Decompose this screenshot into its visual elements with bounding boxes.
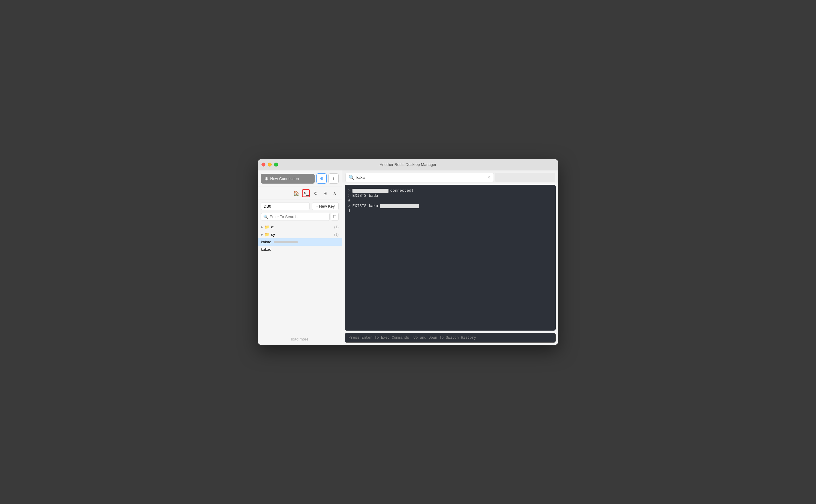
app-window: Another Redis Desktop Manager ⊕ New Conn… — [258, 159, 558, 345]
terminal-line: > connected! — [348, 188, 552, 193]
titlebar: Another Redis Desktop Manager — [258, 159, 558, 170]
chevron-right-icon: ▶ — [261, 233, 263, 236]
terminal-line: 1 — [348, 209, 552, 213]
home-icon[interactable]: 🏠 — [292, 189, 300, 197]
maximize-button[interactable] — [274, 163, 278, 167]
folder-icon: 📁 — [264, 232, 269, 237]
clear-search-button[interactable]: ✕ — [487, 175, 491, 180]
command-input-bar[interactable]: Press Enter To Exec Commands, Up and Dow… — [345, 333, 556, 343]
list-item[interactable]: kakao — [258, 246, 342, 253]
search-bar: 🔍 ☐ — [258, 213, 342, 223]
new-key-button[interactable]: + New Key — [312, 202, 339, 210]
new-connection-button[interactable]: ⊕ New Connection — [261, 174, 315, 184]
db-select-wrapper: DB0 DB1 DB2 DB3 — [261, 202, 309, 210]
key-name: kakao — [261, 240, 271, 244]
list-item[interactable]: ▶ 📁 e: (1) — [258, 223, 342, 231]
terminal-text: connected! — [390, 188, 414, 193]
key-name: kakao — [261, 247, 271, 252]
window-title: Another Redis Desktop Manager — [380, 162, 437, 167]
key-name: e: — [271, 225, 274, 229]
info-icon-btn[interactable]: ℹ — [328, 173, 339, 184]
search-toggle-button[interactable]: ☐ — [331, 213, 339, 221]
terminal-result: 1 — [348, 209, 351, 213]
db-controls: DB0 DB1 DB2 DB3 + New Key — [258, 200, 342, 213]
chevron-right-icon: ▶ — [261, 225, 263, 229]
terminal-line: > EXISTS kaka — [348, 204, 552, 208]
terminal-text: EXISTS bada — [352, 193, 378, 198]
terminal-prompt: > — [348, 193, 351, 198]
folder-icon: 📁 — [264, 225, 269, 229]
tab-search: 🔍 ✕ — [345, 173, 494, 182]
tab-extra-area — [495, 173, 555, 182]
list-item[interactable]: kakao — [258, 238, 342, 246]
info-icon: ℹ — [333, 176, 334, 181]
minimize-button[interactable] — [268, 163, 272, 167]
key-count: (1) — [334, 233, 339, 237]
sidebar-toolbar: 🏠 >_ ↻ ⊞ ∧ — [258, 187, 342, 200]
search-icon: 🔍 — [348, 175, 354, 180]
new-connection-label: New Connection — [270, 176, 299, 181]
key-list: ▶ 📁 e: (1) ▶ 📁 sy (1) kakao kakao — [258, 223, 342, 333]
chevron-up-icon[interactable]: ∧ — [331, 189, 339, 197]
terminal-icon[interactable]: >_ — [302, 189, 310, 197]
grid-icon[interactable]: ⊞ — [321, 189, 329, 197]
terminal-prompt: > — [348, 188, 351, 193]
terminal-result: 0 — [348, 199, 351, 203]
tab-bar: 🔍 ✕ — [342, 170, 558, 182]
key-count: (1) — [334, 225, 339, 229]
traffic-lights — [261, 163, 278, 167]
search-input[interactable] — [261, 213, 330, 221]
gear-icon: ⚙ — [320, 176, 324, 181]
close-button[interactable] — [261, 163, 265, 167]
redacted-host — [352, 189, 388, 193]
terminal-prompt: > — [348, 204, 351, 208]
load-more-button[interactable]: load more — [258, 333, 342, 345]
db-select[interactable]: DB0 DB1 DB2 DB3 — [261, 202, 309, 210]
refresh-icon[interactable]: ↻ — [312, 189, 319, 197]
search-icon: 🔍 — [263, 215, 268, 219]
terminal-line: > EXISTS bada — [348, 193, 552, 198]
terminal-text: EXISTS kaka — [352, 204, 378, 208]
sidebar-header: ⊕ New Connection ⚙ ℹ — [258, 170, 342, 187]
redacted-value — [380, 204, 419, 208]
sidebar: ⊕ New Connection ⚙ ℹ 🏠 >_ ↻ ⊞ ∧ — [258, 170, 342, 345]
main-content: ⊕ New Connection ⚙ ℹ 🏠 >_ ↻ ⊞ ∧ — [258, 170, 558, 345]
terminal-line: 0 — [348, 199, 552, 203]
settings-icon-btn[interactable]: ⚙ — [316, 173, 327, 184]
right-panel: 🔍 ✕ > connected! > EXISTS bada — [342, 170, 558, 345]
search-input-wrapper: 🔍 — [261, 213, 330, 221]
key-bar — [274, 241, 298, 243]
tab-search-input[interactable] — [356, 175, 486, 180]
terminal-panel: > connected! > EXISTS bada 0 > EXISTS ka… — [345, 185, 556, 331]
key-name: sy — [271, 232, 275, 237]
list-item[interactable]: ▶ 📁 sy (1) — [258, 231, 342, 238]
command-hint: Press Enter To Exec Commands, Up and Dow… — [348, 336, 476, 340]
plus-icon: ⊕ — [264, 176, 268, 181]
